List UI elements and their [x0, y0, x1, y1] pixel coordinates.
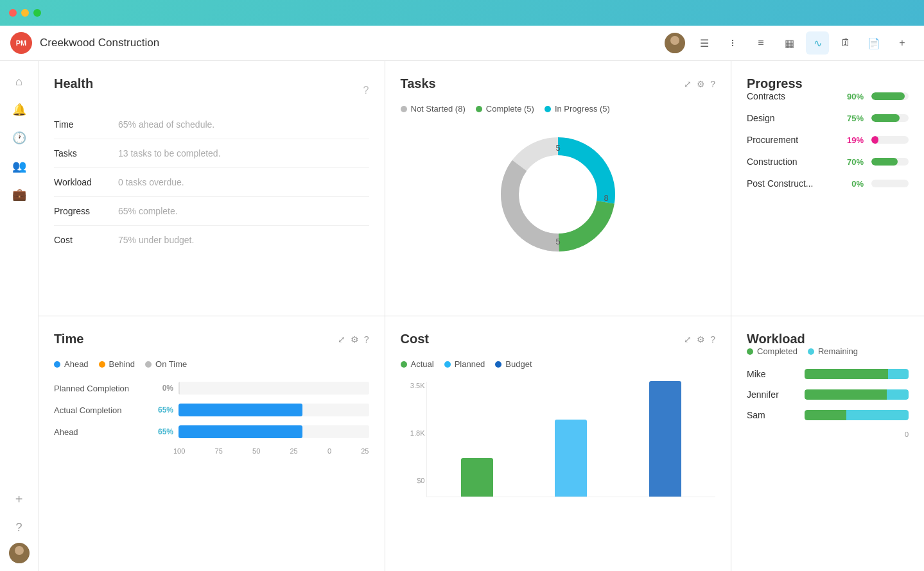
legend-dot	[145, 361, 152, 368]
time-settings-icon[interactable]: ⚙	[351, 334, 359, 345]
progress-panel: Progress Contracts 90% Design 75% Procur…	[731, 61, 924, 316]
workload-panel: Workload CompletedRemaining Mike Jennife…	[731, 316, 924, 571]
workload-title: Workload	[747, 332, 805, 346]
add-view-icon[interactable]: +	[891, 31, 914, 55]
svg-point-0	[670, 36, 679, 45]
time-bars: Planned Completion 0% Actual Completion …	[54, 382, 369, 438]
sidebar: ⌂ 🔔 🕐 👥 💼 + ?	[0, 61, 39, 571]
svg-point-1	[667, 46, 683, 53]
workload-completed-bar	[805, 389, 887, 400]
workload-row: Jennifer	[747, 389, 909, 400]
workload-completed-bar	[805, 410, 846, 420]
health-title: Health	[54, 76, 93, 91]
sidebar-team-icon[interactable]: 👥	[6, 153, 32, 179]
sidebar-history-icon[interactable]: 🕐	[6, 125, 32, 151]
workload-legend-item: Completed	[747, 346, 798, 356]
legend-dot	[54, 361, 60, 368]
cost-legend-item: Actual	[401, 359, 434, 369]
legend-dot	[545, 106, 551, 112]
health-help-icon[interactable]: ?	[363, 85, 369, 96]
workload-row: Sam	[747, 410, 909, 420]
health-row: Workload0 tasks overdue.	[54, 168, 369, 197]
sidebar-help-icon[interactable]: ?	[6, 515, 32, 540]
progress-row: Procurement 19%	[747, 135, 909, 145]
board-view-icon[interactable]: ≡	[749, 31, 772, 55]
gantt-view-icon[interactable]: ⫶	[721, 31, 744, 55]
cost-legend-item: Budget	[495, 359, 532, 369]
calendar-view-icon[interactable]: 🗓	[834, 31, 857, 55]
close-button[interactable]	[9, 9, 17, 17]
svg-text:8: 8	[604, 193, 608, 203]
workload-completed-bar	[805, 369, 888, 379]
tasks-legend-item: Complete (5)	[476, 104, 534, 114]
time-bar-fill	[179, 382, 180, 395]
legend-dot	[401, 106, 407, 112]
project-title: Creekwood Construction	[40, 37, 657, 49]
time-bar-row: Ahead 65%	[54, 425, 369, 438]
sidebar-user-avatar[interactable]	[9, 543, 30, 563]
cost-legend-item: Planned	[444, 359, 485, 369]
header-nav: ☰ ⫶ ≡ ▦ ∿ 🗓 📄 +	[693, 31, 914, 55]
cost-y-labels: 3.5K 1.8K $0	[401, 382, 425, 484]
sidebar-portfolio-icon[interactable]: 💼	[6, 182, 32, 207]
workload-remaining-bar	[888, 369, 909, 379]
tasks-help-icon[interactable]: ?	[710, 79, 715, 89]
cost-title: Cost	[401, 332, 684, 346]
progress-row: Contracts 90%	[747, 91, 909, 101]
dashboard-view-icon[interactable]: ∿	[806, 31, 829, 55]
dashboard-grid: Health ? Time65% ahead of schedule.Tasks…	[39, 61, 924, 571]
cost-expand-icon[interactable]: ⤢	[684, 334, 692, 345]
health-panel: Health ? Time65% ahead of schedule.Tasks…	[39, 61, 385, 316]
time-panel: Time ⤢ ⚙ ? AheadBehindOn Time Planned Co…	[39, 316, 385, 571]
health-row: Time65% ahead of schedule.	[54, 110, 369, 139]
sidebar-notifications-icon[interactable]: 🔔	[6, 97, 32, 123]
tasks-settings-icon[interactable]: ⚙	[697, 79, 705, 89]
titlebar	[0, 0, 924, 26]
sidebar-add-icon[interactable]: +	[6, 486, 32, 512]
user-avatar[interactable]	[665, 33, 685, 53]
workload-rows: Mike Jennifer Sam	[747, 369, 909, 420]
progress-rows: Contracts 90% Design 75% Procurement 19%…	[747, 91, 909, 189]
app-layout: ⌂ 🔔 🕐 👥 💼 + ? Health ? Time65% ahead of …	[0, 61, 924, 571]
progress-row: Design 75%	[747, 113, 909, 123]
cost-planned-bar	[555, 420, 587, 497]
cost-settings-icon[interactable]: ⚙	[697, 334, 705, 345]
tasks-title: Tasks	[401, 76, 684, 91]
health-row: Progress65% complete.	[54, 197, 369, 226]
legend-dot	[401, 361, 407, 368]
time-bar-fill	[179, 404, 302, 416]
sidebar-home-icon[interactable]: ⌂	[6, 69, 32, 94]
cost-help-icon[interactable]: ?	[710, 334, 715, 345]
time-legend-item: On Time	[145, 359, 187, 369]
legend-dot	[444, 361, 451, 368]
time-legend: AheadBehindOn Time	[54, 359, 369, 369]
tasks-legend-item: Not Started (8)	[401, 104, 466, 114]
time-bar-row: Planned Completion 0%	[54, 382, 369, 395]
legend-dot	[99, 361, 105, 368]
time-expand-icon[interactable]: ⤢	[338, 334, 345, 345]
progress-row: Post Construct... 0%	[747, 178, 909, 189]
time-axis: 100755025025	[54, 447, 369, 455]
progress-title: Progress	[747, 76, 803, 90]
donut-chart: 5 8 5	[401, 124, 716, 265]
table-view-icon[interactable]: ▦	[778, 31, 801, 55]
workload-remaining-bar	[846, 410, 909, 420]
time-title: Time	[54, 332, 338, 346]
health-row: Tasks13 tasks to be completed.	[54, 139, 369, 168]
pm-logo: PM	[10, 32, 32, 54]
list-view-icon[interactable]: ☰	[693, 31, 716, 55]
workload-legend-item: Remaining	[808, 346, 858, 356]
tasks-legend-item: In Progress (5)	[545, 104, 610, 114]
minimize-button[interactable]	[21, 9, 29, 17]
cost-legend: ActualPlannedBudget	[401, 359, 716, 369]
svg-point-2	[15, 546, 24, 555]
workload-legend: CompletedRemaining	[747, 346, 909, 356]
legend-dot	[495, 361, 501, 368]
cost-budget-bar	[649, 381, 681, 497]
time-help-icon[interactable]: ?	[364, 334, 369, 345]
svg-point-3	[12, 556, 27, 563]
tasks-expand-icon[interactable]: ⤢	[684, 79, 692, 89]
tasks-legend: Not Started (8)Complete (5)In Progress (…	[401, 104, 716, 114]
file-view-icon[interactable]: 📄	[862, 31, 885, 55]
maximize-button[interactable]	[33, 9, 41, 17]
